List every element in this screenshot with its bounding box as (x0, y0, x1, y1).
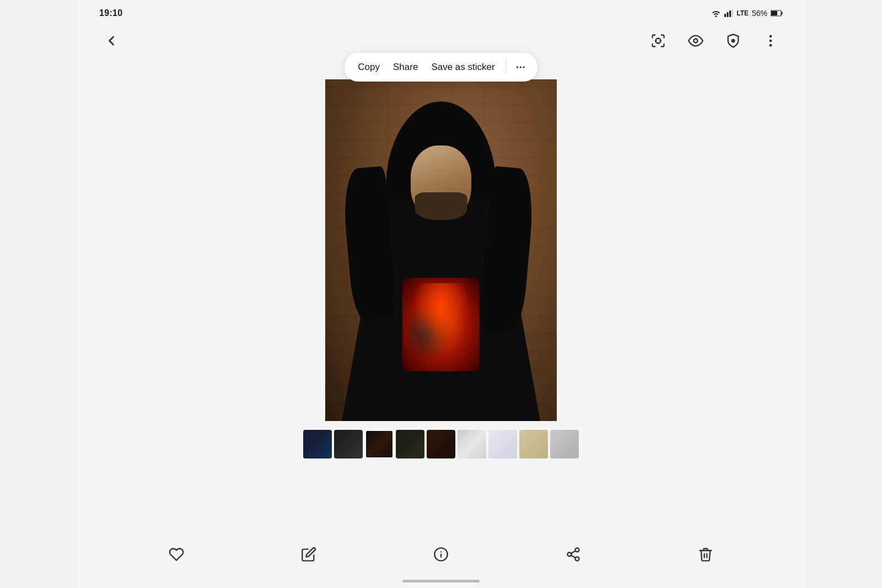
battery-icon (771, 10, 783, 17)
main-content: Copy Share Save as sticker (77, 57, 805, 532)
shield-button[interactable] (721, 29, 745, 53)
thumbnail-strip (303, 425, 579, 463)
svg-rect-2 (729, 10, 731, 17)
more-button[interactable] (759, 29, 783, 53)
figure (336, 101, 546, 421)
status-bar: 19:10 LTE 56% (77, 0, 805, 24)
status-time: 19:10 (99, 8, 122, 18)
wifi-icon (711, 9, 721, 17)
svg-rect-6 (771, 11, 777, 15)
thumbnail-4[interactable] (396, 430, 424, 458)
signal-icon (724, 9, 733, 17)
edit-button[interactable] (295, 541, 322, 568)
copy-button[interactable]: Copy (356, 58, 382, 76)
home-bar (402, 580, 480, 582)
thumbnail-3[interactable] (365, 430, 394, 458)
menu-divider (506, 61, 507, 74)
shirt-graphic (402, 278, 480, 371)
delete-button[interactable] (692, 541, 719, 568)
svg-point-11 (770, 40, 772, 42)
home-indicator (77, 576, 805, 588)
phone-frame: 19:10 LTE 56% (77, 0, 805, 588)
battery-label: 56% (752, 9, 767, 18)
bottom-bar (77, 532, 805, 576)
svg-point-15 (523, 66, 525, 68)
thumbnail-1[interactable] (303, 430, 332, 458)
save-as-sticker-button[interactable]: Save as sticker (429, 58, 497, 76)
main-photo (325, 79, 557, 421)
thumbnail-6[interactable] (458, 430, 486, 458)
thumbnail-9[interactable] (550, 430, 579, 458)
info-button[interactable] (427, 541, 455, 568)
svg-point-13 (517, 66, 518, 68)
share-button-bottom[interactable] (560, 541, 587, 568)
thumbnail-5[interactable] (427, 430, 455, 458)
toolbar-left (99, 29, 123, 53)
share-button[interactable]: Share (391, 58, 420, 76)
context-menu: Copy Share Save as sticker (345, 53, 537, 82)
svg-rect-0 (724, 14, 726, 17)
svg-line-22 (571, 555, 576, 558)
heart-button[interactable] (163, 541, 190, 568)
svg-rect-5 (782, 12, 783, 15)
menu-more-button[interactable] (515, 62, 526, 73)
svg-point-8 (694, 39, 698, 43)
svg-rect-3 (732, 9, 734, 17)
svg-line-23 (571, 551, 576, 554)
object-scan-button[interactable] (646, 29, 670, 53)
thumbnail-8[interactable] (519, 430, 548, 458)
svg-point-10 (770, 35, 772, 38)
back-button[interactable] (99, 29, 123, 53)
thumbnail-7[interactable] (488, 430, 517, 458)
thumbnail-2[interactable] (334, 430, 363, 458)
svg-point-9 (732, 40, 735, 42)
svg-point-14 (520, 66, 521, 68)
status-icons: LTE 56% (711, 9, 783, 18)
eye-button[interactable] (684, 29, 708, 53)
toolbar-right (646, 29, 783, 53)
top-toolbar (77, 24, 805, 57)
photo-content (325, 79, 557, 421)
beard (415, 192, 467, 220)
network-label: LTE (736, 9, 749, 17)
svg-rect-1 (727, 12, 729, 17)
svg-point-12 (770, 44, 772, 47)
image-wrapper: Copy Share Save as sticker (325, 57, 557, 421)
